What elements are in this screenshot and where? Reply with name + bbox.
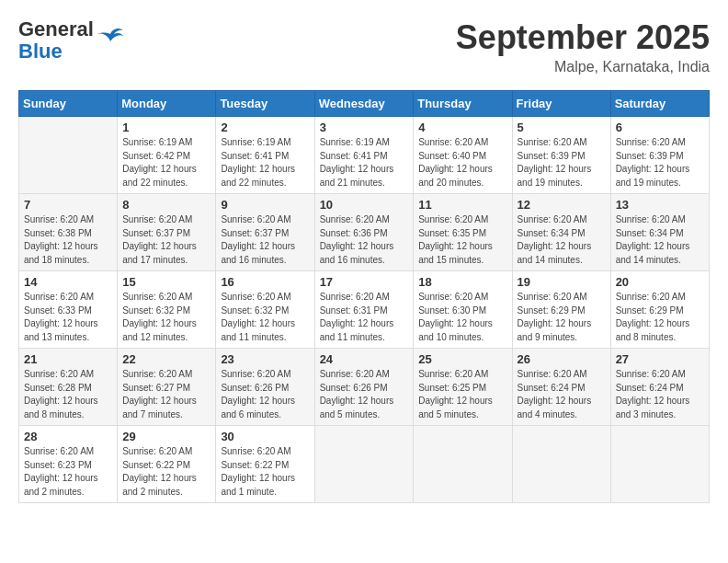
day-info: Sunrise: 6:20 AM Sunset: 6:32 PM Dayligh…	[221, 291, 309, 344]
day-number: 7	[24, 198, 112, 212]
day-info: Sunrise: 6:20 AM Sunset: 6:38 PM Dayligh…	[24, 213, 112, 267]
day-info: Sunrise: 6:19 AM Sunset: 6:42 PM Dayligh…	[122, 136, 210, 190]
calendar-cell: 2Sunrise: 6:19 AM Sunset: 6:41 PM Daylig…	[216, 117, 314, 194]
calendar-cell: 22Sunrise: 6:20 AM Sunset: 6:27 PM Dayli…	[118, 349, 216, 426]
calendar-cell: 5Sunrise: 6:20 AM Sunset: 6:39 PM Daylig…	[512, 117, 610, 194]
day-number: 19	[518, 275, 606, 289]
calendar-cell: 3Sunrise: 6:19 AM Sunset: 6:41 PM Daylig…	[314, 117, 414, 194]
title-area: September 2025 Malpe, Karnataka, India	[456, 18, 710, 75]
weekday-header-friday: Friday	[512, 91, 610, 117]
calendar-week-2: 7Sunrise: 6:20 AM Sunset: 6:38 PM Daylig…	[19, 194, 710, 271]
logo-general: General	[18, 17, 94, 40]
day-number: 24	[320, 352, 409, 366]
day-number: 25	[418, 352, 506, 366]
day-number: 22	[122, 352, 210, 366]
calendar-cell: 14Sunrise: 6:20 AM Sunset: 6:33 PM Dayli…	[19, 271, 118, 349]
calendar-week-5: 28Sunrise: 6:20 AM Sunset: 6:23 PM Dayli…	[19, 426, 710, 503]
calendar-cell: 7Sunrise: 6:20 AM Sunset: 6:38 PM Daylig…	[19, 194, 118, 271]
day-number: 30	[221, 430, 309, 443]
day-info: Sunrise: 6:20 AM Sunset: 6:34 PM Dayligh…	[616, 213, 704, 267]
calendar-week-1: 1Sunrise: 6:19 AM Sunset: 6:42 PM Daylig…	[19, 117, 710, 194]
day-number: 9	[221, 198, 309, 212]
day-number: 14	[24, 275, 112, 289]
day-number: 10	[320, 198, 409, 212]
calendar-cell: 27Sunrise: 6:20 AM Sunset: 6:24 PM Dayli…	[610, 349, 709, 426]
day-info: Sunrise: 6:20 AM Sunset: 6:23 PM Dayligh…	[24, 445, 112, 499]
logo: General Blue	[18, 18, 125, 63]
calendar-cell	[19, 117, 118, 194]
day-number: 8	[122, 198, 210, 212]
calendar-cell: 24Sunrise: 6:20 AM Sunset: 6:26 PM Dayli…	[314, 349, 414, 426]
logo-bird-icon	[96, 23, 125, 49]
day-number: 27	[616, 352, 704, 366]
day-number: 21	[24, 352, 112, 366]
weekday-header-monday: Monday	[118, 91, 216, 117]
calendar-cell: 16Sunrise: 6:20 AM Sunset: 6:32 PM Dayli…	[216, 271, 314, 349]
day-info: Sunrise: 6:20 AM Sunset: 6:34 PM Dayligh…	[518, 213, 606, 267]
calendar-cell	[512, 426, 610, 503]
day-number: 26	[518, 352, 606, 366]
calendar-header-row: SundayMondayTuesdayWednesdayThursdayFrid…	[19, 91, 710, 117]
day-info: Sunrise: 6:20 AM Sunset: 6:22 PM Dayligh…	[221, 445, 309, 499]
calendar-week-3: 14Sunrise: 6:20 AM Sunset: 6:33 PM Dayli…	[19, 271, 710, 349]
logo-blue: Blue	[18, 40, 63, 63]
calendar-cell: 8Sunrise: 6:20 AM Sunset: 6:37 PM Daylig…	[118, 194, 216, 271]
day-number: 11	[418, 198, 506, 212]
day-number: 4	[418, 121, 506, 134]
day-number: 2	[221, 121, 309, 134]
calendar-cell: 1Sunrise: 6:19 AM Sunset: 6:42 PM Daylig…	[118, 117, 216, 194]
calendar-cell: 29Sunrise: 6:20 AM Sunset: 6:22 PM Dayli…	[118, 426, 216, 503]
day-info: Sunrise: 6:20 AM Sunset: 6:30 PM Dayligh…	[418, 291, 506, 344]
calendar-cell	[610, 426, 709, 503]
day-info: Sunrise: 6:20 AM Sunset: 6:40 PM Dayligh…	[418, 136, 506, 190]
day-info: Sunrise: 6:20 AM Sunset: 6:27 PM Dayligh…	[122, 368, 210, 421]
day-info: Sunrise: 6:20 AM Sunset: 6:29 PM Dayligh…	[616, 291, 704, 344]
day-info: Sunrise: 6:20 AM Sunset: 6:26 PM Dayligh…	[221, 368, 309, 421]
calendar-cell	[314, 426, 414, 503]
calendar-cell: 21Sunrise: 6:20 AM Sunset: 6:28 PM Dayli…	[19, 349, 118, 426]
day-info: Sunrise: 6:20 AM Sunset: 6:37 PM Dayligh…	[221, 213, 309, 267]
day-info: Sunrise: 6:19 AM Sunset: 6:41 PM Dayligh…	[221, 136, 309, 190]
day-number: 17	[320, 275, 409, 289]
day-info: Sunrise: 6:20 AM Sunset: 6:32 PM Dayligh…	[122, 291, 210, 344]
day-number: 29	[122, 430, 210, 443]
weekday-header-thursday: Thursday	[414, 91, 512, 117]
calendar-cell: 19Sunrise: 6:20 AM Sunset: 6:29 PM Dayli…	[512, 271, 610, 349]
day-info: Sunrise: 6:20 AM Sunset: 6:29 PM Dayligh…	[518, 291, 606, 344]
calendar-cell: 9Sunrise: 6:20 AM Sunset: 6:37 PM Daylig…	[216, 194, 314, 271]
day-info: Sunrise: 6:20 AM Sunset: 6:35 PM Dayligh…	[418, 213, 506, 267]
weekday-header-sunday: Sunday	[19, 91, 118, 117]
calendar-cell: 20Sunrise: 6:20 AM Sunset: 6:29 PM Dayli…	[610, 271, 709, 349]
day-info: Sunrise: 6:20 AM Sunset: 6:39 PM Dayligh…	[518, 136, 606, 190]
day-info: Sunrise: 6:20 AM Sunset: 6:26 PM Dayligh…	[320, 368, 409, 421]
calendar-cell: 28Sunrise: 6:20 AM Sunset: 6:23 PM Dayli…	[19, 426, 118, 503]
day-number: 13	[616, 198, 704, 212]
calendar-week-4: 21Sunrise: 6:20 AM Sunset: 6:28 PM Dayli…	[19, 349, 710, 426]
calendar-cell: 26Sunrise: 6:20 AM Sunset: 6:24 PM Dayli…	[512, 349, 610, 426]
calendar-cell: 23Sunrise: 6:20 AM Sunset: 6:26 PM Dayli…	[216, 349, 314, 426]
header: General Blue September 2025 Malpe, Karna…	[18, 18, 710, 75]
calendar-cell: 18Sunrise: 6:20 AM Sunset: 6:30 PM Dayli…	[414, 271, 512, 349]
day-number: 12	[518, 198, 606, 212]
month-title: September 2025	[456, 18, 710, 57]
calendar-cell: 10Sunrise: 6:20 AM Sunset: 6:36 PM Dayli…	[314, 194, 414, 271]
day-number: 28	[24, 430, 112, 443]
calendar-table: SundayMondayTuesdayWednesdayThursdayFrid…	[18, 90, 710, 503]
day-number: 1	[122, 121, 210, 134]
day-info: Sunrise: 6:20 AM Sunset: 6:31 PM Dayligh…	[320, 291, 409, 344]
day-number: 5	[518, 121, 606, 134]
day-number: 18	[418, 275, 506, 289]
day-number: 3	[320, 121, 409, 134]
calendar-cell: 6Sunrise: 6:20 AM Sunset: 6:39 PM Daylig…	[610, 117, 709, 194]
calendar-cell: 17Sunrise: 6:20 AM Sunset: 6:31 PM Dayli…	[314, 271, 414, 349]
day-info: Sunrise: 6:20 AM Sunset: 6:39 PM Dayligh…	[616, 136, 704, 190]
day-info: Sunrise: 6:20 AM Sunset: 6:24 PM Dayligh…	[616, 368, 704, 421]
calendar-cell: 25Sunrise: 6:20 AM Sunset: 6:25 PM Dayli…	[414, 349, 512, 426]
calendar-cell: 4Sunrise: 6:20 AM Sunset: 6:40 PM Daylig…	[414, 117, 512, 194]
calendar-cell: 15Sunrise: 6:20 AM Sunset: 6:32 PM Dayli…	[118, 271, 216, 349]
calendar-cell: 30Sunrise: 6:20 AM Sunset: 6:22 PM Dayli…	[216, 426, 314, 503]
day-number: 16	[221, 275, 309, 289]
day-info: Sunrise: 6:19 AM Sunset: 6:41 PM Dayligh…	[320, 136, 409, 190]
calendar-cell: 12Sunrise: 6:20 AM Sunset: 6:34 PM Dayli…	[512, 194, 610, 271]
day-info: Sunrise: 6:20 AM Sunset: 6:25 PM Dayligh…	[418, 368, 506, 421]
